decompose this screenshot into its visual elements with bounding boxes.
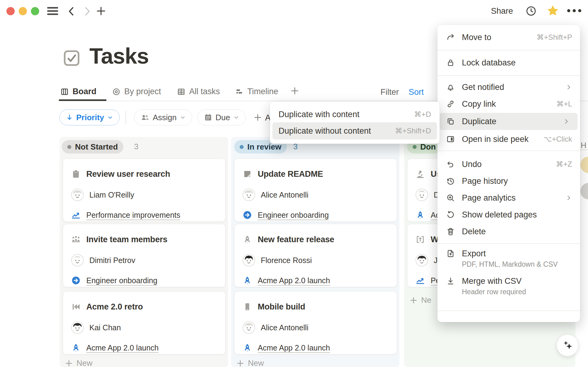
- add-filter-icon[interactable]: [253, 113, 262, 122]
- assign-filter-chip[interactable]: Assign: [134, 109, 192, 125]
- bell-icon: [446, 83, 455, 92]
- card-title: Acme 2.0 retro: [86, 302, 143, 312]
- phone-icon: [242, 302, 252, 312]
- shortcut: ⌘+Z: [556, 160, 572, 169]
- add-card-button[interactable]: New: [65, 358, 92, 367]
- target-icon: [112, 87, 121, 96]
- status-badge[interactable]: Not Started: [62, 140, 123, 154]
- page-checkbox-icon[interactable]: [62, 48, 81, 68]
- card-person: Florence Rossi: [261, 256, 312, 265]
- card-relation-link[interactable]: Performance improvements: [86, 211, 180, 220]
- shortcut: ⌘+Shift+P: [537, 33, 572, 42]
- menu-item-label: Move to: [462, 33, 491, 42]
- favorite-star-icon[interactable]: [546, 4, 560, 17]
- card-title: New feature release: [258, 235, 334, 244]
- submenu-item-duplicate-without-content[interactable]: Duplicate without content ⌘+Shift+D: [272, 122, 437, 139]
- card-relation-link[interactable]: Acme App 2.0 launch: [258, 276, 330, 285]
- filter-button[interactable]: Filter: [380, 87, 399, 97]
- tab-label: Timeline: [247, 87, 278, 96]
- menu-divider: [437, 310, 580, 311]
- menu-item-page-analytics[interactable]: Page analytics: [437, 190, 580, 206]
- updates-clock-icon[interactable]: [525, 5, 537, 17]
- menu-item-undo[interactable]: Undo ⌘+Z: [437, 156, 580, 172]
- avatar: [71, 321, 84, 334]
- share-button[interactable]: Share: [491, 6, 513, 16]
- edge-avatar: [580, 157, 588, 173]
- page-title[interactable]: Tasks: [89, 43, 149, 69]
- menu-divider: [437, 150, 580, 151]
- menu-item-label: Page analytics: [462, 193, 516, 203]
- card-person: Dimitri Petrov: [89, 256, 135, 265]
- edge-partial-text: H: [581, 141, 586, 150]
- menu-item-label: Export: [462, 248, 558, 259]
- card-title: Invite team members: [86, 235, 167, 244]
- move-to-icon: [446, 33, 455, 42]
- close-window-button[interactable]: [6, 7, 15, 15]
- menu-item-label: Open in side peek: [462, 135, 529, 144]
- menu-item-label: Duplicate: [462, 117, 496, 126]
- forward-icon[interactable]: [83, 6, 92, 16]
- ai-assistant-button[interactable]: [556, 334, 579, 356]
- tab-timeline[interactable]: Timeline: [235, 87, 278, 96]
- avatar: [415, 254, 428, 267]
- task-card[interactable]: Review user research Liam O'Reilly Perfo…: [63, 158, 226, 222]
- menu-item-page-history[interactable]: Page history: [437, 173, 580, 189]
- duplicate-submenu: Duplicate with content ⌘+D Duplicate wit…: [270, 102, 440, 144]
- card-relation-link[interactable]: Engineer onboarding: [86, 276, 157, 285]
- shortcut: ⌥+Click: [543, 135, 572, 143]
- chip-label: Priority: [76, 113, 104, 122]
- menu-item-merge-with-csv[interactable]: Merge with CSV Header row required: [437, 276, 580, 296]
- task-card[interactable]: Update README Alice Antonelli Engineer o…: [234, 158, 397, 222]
- card-title: Mobile build: [258, 302, 305, 312]
- card-relation-link[interactable]: Acme App 2.0 launch: [258, 343, 330, 352]
- menu-item-label: Page history: [462, 176, 508, 186]
- task-card[interactable]: Invite team members Dimitri Petrov Engin…: [63, 224, 226, 287]
- zoom-window-button[interactable]: [31, 7, 39, 15]
- sidebar-menu-icon[interactable]: [47, 7, 58, 15]
- task-card[interactable]: Acme 2.0 retro Kai Chan Acme App 2.0 lau…: [63, 291, 226, 354]
- menu-item-get-notified[interactable]: Get notified: [437, 79, 580, 95]
- add-view-icon[interactable]: [290, 86, 299, 95]
- task-card[interactable]: New feature release Florence Rossi Acme …: [234, 224, 397, 287]
- link-icon: [446, 99, 455, 109]
- duplicate-icon: [446, 117, 455, 126]
- analytics-zoom-icon: [446, 193, 455, 202]
- sort-button[interactable]: Sort: [409, 87, 424, 97]
- undo-icon: [446, 160, 455, 169]
- minimize-window-button[interactable]: [19, 7, 27, 15]
- avatar: [71, 188, 84, 201]
- document-icon: [242, 169, 252, 179]
- menu-item-open-side-peek[interactable]: Open in side peek ⌥+Click: [437, 131, 580, 147]
- card-relation-link[interactable]: Acme App 2.0 launch: [86, 343, 159, 352]
- shortcut: ⌘+D: [414, 110, 431, 119]
- tab-label: Board: [73, 87, 96, 96]
- menu-item-export[interactable]: Export PDF, HTML, Markdown & CSV: [437, 248, 580, 269]
- menu-item-duplicate[interactable]: Duplicate: [440, 113, 578, 130]
- card-relation-link[interactable]: Engineer onboarding: [258, 211, 329, 220]
- tab-board[interactable]: Board: [60, 87, 96, 96]
- tab-by-project[interactable]: By project: [112, 87, 161, 96]
- add-card-button[interactable]: New: [236, 358, 264, 367]
- history-clock-icon: [446, 176, 455, 186]
- menu-item-move-to[interactable]: Move to ⌘+Shift+P: [437, 29, 580, 45]
- more-options-icon[interactable]: [567, 9, 582, 13]
- task-card[interactable]: Mobile build Alice Antonelli Acme App 2.…: [234, 291, 397, 354]
- menu-item-label: Show deleted pages: [462, 210, 537, 220]
- tab-label: By project: [124, 87, 161, 96]
- add-card-button[interactable]: Ne: [410, 295, 431, 305]
- menu-item-show-deleted-pages[interactable]: Show deleted pages: [437, 207, 580, 223]
- back-icon[interactable]: [67, 6, 76, 16]
- active-tab-underline: [59, 99, 107, 101]
- rewind-icon: [71, 302, 81, 312]
- tab-all-tasks[interactable]: All tasks: [177, 87, 220, 96]
- submenu-item-duplicate-with-content[interactable]: Duplicate with content ⌘+D: [272, 106, 437, 122]
- priority-sort-chip[interactable]: Priority: [59, 109, 120, 125]
- menu-item-lock-database[interactable]: Lock database: [437, 55, 580, 71]
- chip-label: Due: [215, 113, 230, 122]
- menu-item-label: Undo: [462, 160, 482, 169]
- new-page-icon[interactable]: [96, 6, 106, 16]
- due-filter-chip[interactable]: Due: [197, 109, 246, 125]
- avatar: [242, 254, 255, 267]
- menu-item-delete[interactable]: Delete: [437, 224, 580, 239]
- menu-item-copy-link[interactable]: Copy link ⌘+L: [437, 96, 580, 112]
